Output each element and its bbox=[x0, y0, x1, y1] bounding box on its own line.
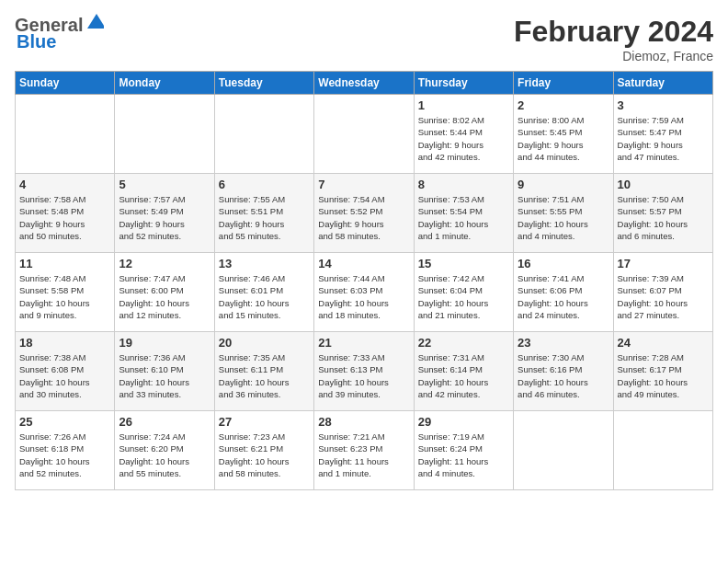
day-info: Sunrise: 7:26 AM Sunset: 6:18 PM Dayligh… bbox=[19, 431, 110, 479]
day-info: Sunrise: 7:54 AM Sunset: 5:52 PM Dayligh… bbox=[318, 193, 409, 242]
day-cell: 2Sunrise: 8:00 AM Sunset: 5:45 PM Daylig… bbox=[514, 95, 613, 174]
day-cell: 7Sunrise: 7:54 AM Sunset: 5:52 PM Daylig… bbox=[314, 174, 414, 253]
day-cell bbox=[314, 95, 414, 174]
day-cell: 22Sunrise: 7:31 AM Sunset: 6:14 PM Dayli… bbox=[414, 332, 513, 411]
day-number: 15 bbox=[418, 257, 509, 270]
day-number: 4 bbox=[19, 178, 110, 191]
day-number: 26 bbox=[119, 415, 210, 429]
day-info: Sunrise: 7:30 AM Sunset: 6:16 PM Dayligh… bbox=[518, 351, 609, 400]
week-row-1: 1Sunrise: 8:02 AM Sunset: 5:44 PM Daylig… bbox=[16, 95, 713, 174]
day-cell: 18Sunrise: 7:38 AM Sunset: 6:08 PM Dayli… bbox=[16, 332, 115, 411]
page-header: General Blue February 2024 Diemoz, Franc… bbox=[15, 15, 713, 63]
day-number: 25 bbox=[19, 415, 110, 429]
calendar-body: 1Sunrise: 8:02 AM Sunset: 5:44 PM Daylig… bbox=[16, 95, 713, 490]
day-info: Sunrise: 7:42 AM Sunset: 6:04 PM Dayligh… bbox=[418, 272, 509, 321]
day-cell: 5Sunrise: 7:57 AM Sunset: 5:49 PM Daylig… bbox=[115, 174, 214, 253]
day-number: 2 bbox=[518, 98, 609, 112]
calendar-title: February 2024 bbox=[514, 15, 713, 49]
week-row-3: 11Sunrise: 7:48 AM Sunset: 5:58 PM Dayli… bbox=[16, 253, 713, 332]
day-number: 3 bbox=[618, 98, 709, 112]
day-number: 28 bbox=[318, 415, 409, 429]
day-cell: 26Sunrise: 7:24 AM Sunset: 6:20 PM Dayli… bbox=[115, 411, 214, 490]
day-number: 6 bbox=[219, 178, 310, 191]
day-cell: 10Sunrise: 7:50 AM Sunset: 5:57 PM Dayli… bbox=[613, 174, 712, 253]
day-info: Sunrise: 8:00 AM Sunset: 5:45 PM Dayligh… bbox=[518, 114, 609, 163]
day-info: Sunrise: 7:21 AM Sunset: 6:23 PM Dayligh… bbox=[318, 431, 409, 479]
day-info: Sunrise: 8:02 AM Sunset: 5:44 PM Dayligh… bbox=[418, 114, 509, 163]
week-row-4: 18Sunrise: 7:38 AM Sunset: 6:08 PM Dayli… bbox=[16, 332, 713, 411]
day-number: 24 bbox=[618, 336, 709, 350]
day-number: 13 bbox=[219, 257, 310, 270]
day-info: Sunrise: 7:19 AM Sunset: 6:24 PM Dayligh… bbox=[418, 431, 509, 479]
day-number: 1 bbox=[418, 98, 509, 112]
day-cell: 6Sunrise: 7:55 AM Sunset: 5:51 PM Daylig… bbox=[214, 174, 313, 253]
week-row-5: 25Sunrise: 7:26 AM Sunset: 6:18 PM Dayli… bbox=[16, 411, 713, 490]
logo-blue: Blue bbox=[17, 31, 104, 52]
day-number: 7 bbox=[318, 178, 409, 191]
day-number: 21 bbox=[318, 336, 409, 350]
day-info: Sunrise: 7:50 AM Sunset: 5:57 PM Dayligh… bbox=[618, 193, 709, 242]
day-header-tuesday: Tuesday bbox=[214, 72, 313, 95]
day-info: Sunrise: 7:28 AM Sunset: 6:17 PM Dayligh… bbox=[618, 351, 709, 400]
calendar-subtitle: Diemoz, France bbox=[514, 49, 713, 63]
day-cell: 11Sunrise: 7:48 AM Sunset: 5:58 PM Dayli… bbox=[16, 253, 115, 332]
week-row-2: 4Sunrise: 7:58 AM Sunset: 5:48 PM Daylig… bbox=[16, 174, 713, 253]
day-cell: 16Sunrise: 7:41 AM Sunset: 6:06 PM Dayli… bbox=[514, 253, 613, 332]
day-cell: 12Sunrise: 7:47 AM Sunset: 6:00 PM Dayli… bbox=[115, 253, 214, 332]
day-cell bbox=[514, 411, 613, 490]
day-number: 23 bbox=[518, 336, 609, 350]
day-number: 16 bbox=[518, 257, 609, 270]
day-number: 5 bbox=[119, 178, 210, 191]
day-cell: 21Sunrise: 7:33 AM Sunset: 6:13 PM Dayli… bbox=[314, 332, 414, 411]
day-number: 27 bbox=[219, 415, 310, 429]
day-number: 10 bbox=[618, 178, 709, 191]
day-cell: 24Sunrise: 7:28 AM Sunset: 6:17 PM Dayli… bbox=[613, 332, 712, 411]
day-info: Sunrise: 7:38 AM Sunset: 6:08 PM Dayligh… bbox=[19, 351, 110, 400]
day-cell: 23Sunrise: 7:30 AM Sunset: 6:16 PM Dayli… bbox=[514, 332, 613, 411]
day-cell: 8Sunrise: 7:53 AM Sunset: 5:54 PM Daylig… bbox=[414, 174, 513, 253]
calendar-table: SundayMondayTuesdayWednesdayThursdayFrid… bbox=[15, 71, 713, 490]
day-cell: 15Sunrise: 7:42 AM Sunset: 6:04 PM Dayli… bbox=[414, 253, 513, 332]
day-info: Sunrise: 7:39 AM Sunset: 6:07 PM Dayligh… bbox=[618, 272, 709, 321]
day-info: Sunrise: 7:31 AM Sunset: 6:14 PM Dayligh… bbox=[418, 351, 509, 400]
day-cell bbox=[16, 95, 115, 174]
day-info: Sunrise: 7:53 AM Sunset: 5:54 PM Dayligh… bbox=[418, 193, 509, 242]
day-cell: 28Sunrise: 7:21 AM Sunset: 6:23 PM Dayli… bbox=[314, 411, 414, 490]
day-info: Sunrise: 7:46 AM Sunset: 6:01 PM Dayligh… bbox=[219, 272, 310, 321]
day-cell: 19Sunrise: 7:36 AM Sunset: 6:10 PM Dayli… bbox=[115, 332, 214, 411]
day-number: 19 bbox=[119, 336, 210, 350]
day-info: Sunrise: 7:24 AM Sunset: 6:20 PM Dayligh… bbox=[119, 431, 210, 479]
day-cell: 17Sunrise: 7:39 AM Sunset: 6:07 PM Dayli… bbox=[613, 253, 712, 332]
day-cell: 9Sunrise: 7:51 AM Sunset: 5:55 PM Daylig… bbox=[514, 174, 613, 253]
day-info: Sunrise: 7:59 AM Sunset: 5:47 PM Dayligh… bbox=[618, 114, 709, 163]
day-number: 12 bbox=[119, 257, 210, 270]
day-number: 29 bbox=[418, 415, 509, 429]
day-cell: 29Sunrise: 7:19 AM Sunset: 6:24 PM Dayli… bbox=[414, 411, 513, 490]
logo-arrow-icon bbox=[84, 12, 104, 32]
day-cell: 25Sunrise: 7:26 AM Sunset: 6:18 PM Dayli… bbox=[16, 411, 115, 490]
day-info: Sunrise: 7:41 AM Sunset: 6:06 PM Dayligh… bbox=[518, 272, 609, 321]
day-info: Sunrise: 7:48 AM Sunset: 5:58 PM Dayligh… bbox=[19, 272, 110, 321]
logo: General Blue bbox=[15, 15, 104, 52]
day-cell bbox=[115, 95, 214, 174]
day-info: Sunrise: 7:58 AM Sunset: 5:48 PM Dayligh… bbox=[19, 193, 110, 242]
day-number: 11 bbox=[19, 257, 110, 270]
day-cell: 4Sunrise: 7:58 AM Sunset: 5:48 PM Daylig… bbox=[16, 174, 115, 253]
day-info: Sunrise: 7:33 AM Sunset: 6:13 PM Dayligh… bbox=[318, 351, 409, 400]
day-header-friday: Friday bbox=[514, 72, 613, 95]
title-block: February 2024 Diemoz, France bbox=[514, 15, 713, 63]
day-number: 22 bbox=[418, 336, 509, 350]
day-cell: 3Sunrise: 7:59 AM Sunset: 5:47 PM Daylig… bbox=[613, 95, 712, 174]
calendar-header-row: SundayMondayTuesdayWednesdayThursdayFrid… bbox=[16, 72, 713, 95]
day-info: Sunrise: 7:36 AM Sunset: 6:10 PM Dayligh… bbox=[119, 351, 210, 400]
day-cell bbox=[613, 411, 712, 490]
day-cell: 13Sunrise: 7:46 AM Sunset: 6:01 PM Dayli… bbox=[214, 253, 313, 332]
day-header-wednesday: Wednesday bbox=[314, 72, 414, 95]
day-cell: 1Sunrise: 8:02 AM Sunset: 5:44 PM Daylig… bbox=[414, 95, 513, 174]
svg-marker-0 bbox=[87, 14, 104, 29]
day-header-sunday: Sunday bbox=[16, 72, 115, 95]
day-number: 9 bbox=[518, 178, 609, 191]
day-number: 18 bbox=[19, 336, 110, 350]
day-number: 8 bbox=[418, 178, 509, 191]
day-info: Sunrise: 7:35 AM Sunset: 6:11 PM Dayligh… bbox=[219, 351, 310, 400]
